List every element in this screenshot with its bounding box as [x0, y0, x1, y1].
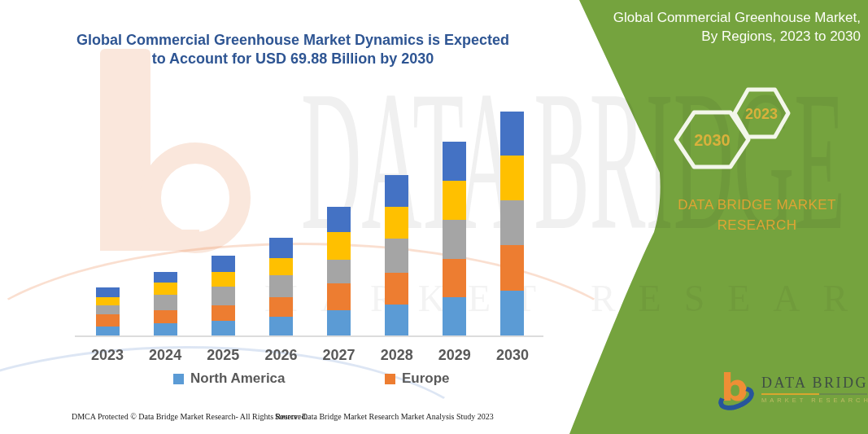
x-tick-2026: 2026	[252, 347, 309, 364]
bar-segment-2029-unlabeled-darkblue	[443, 142, 466, 181]
bar-segment-2027-unlabeled-darkblue	[327, 207, 351, 232]
hexagon-year-2023: 2023	[745, 106, 778, 122]
bar-segment-2026-unlabeled-darkblue	[269, 238, 293, 258]
bar-segment-2023-Europe	[96, 314, 120, 327]
bar-segment-2028-unlabeled-darkblue	[385, 175, 408, 207]
bar-segment-2030-unlabeled-yellow	[500, 156, 524, 200]
bar-segment-2024-Europe	[154, 310, 177, 323]
panel-heading-line1: Global Commercial Greenhouse Market,	[568, 8, 861, 27]
bar-segment-2025-unlabeled-yellow	[212, 272, 235, 287]
logo-underline	[761, 393, 867, 395]
bar-segment-2029-unlabeled-yellow	[443, 181, 466, 220]
bar-segment-2026-unlabeled-yellow	[269, 258, 293, 275]
bar-segment-2028-North America	[385, 305, 408, 336]
panel-brand-text: DATA BRIDGE MARKET RESEARCH	[665, 195, 848, 235]
bar-segment-2028-Europe	[385, 273, 408, 305]
data-bridge-logo: b DATA BRIDGE MARKET RESEARCH	[719, 368, 868, 415]
legend-item-north-america: North America	[173, 370, 286, 387]
bar-segment-2024-unlabeled-gray	[154, 295, 177, 310]
panel-brand-line2: RESEARCH	[665, 215, 848, 235]
bar-segment-2027-Europe	[327, 283, 351, 310]
hexagon-year-2030: 2030	[694, 131, 731, 149]
bar-segment-2025-North America	[212, 321, 235, 336]
bar-segment-2025-unlabeled-gray	[212, 287, 235, 305]
legend-label-north-america: North America	[190, 370, 286, 387]
logo-name: DATA BRIDGE	[761, 375, 868, 392]
x-axis-line	[75, 335, 543, 337]
bar-segment-2028-unlabeled-gray	[385, 239, 408, 273]
panel-heading-line2: By Regions, 2023 to 2030	[568, 27, 861, 46]
x-tick-2024: 2024	[137, 347, 194, 364]
bar-segment-2024-North America	[154, 323, 177, 336]
year-hexagons: 2030 2023	[659, 77, 813, 179]
legend-swatch-north-america	[173, 374, 184, 384]
x-tick-2025: 2025	[194, 347, 251, 364]
bar-segment-2029-Europe	[443, 259, 466, 297]
footer-source-text: Source: Data Bridge Market Research Mark…	[275, 412, 494, 421]
bar-segment-2028-unlabeled-yellow	[385, 207, 408, 239]
bar-segment-2030-unlabeled-darkblue	[500, 112, 524, 156]
x-tick-2028: 2028	[369, 347, 425, 364]
x-tick-2027: 2027	[311, 347, 368, 364]
chart-legend: North America Europe	[0, 370, 553, 388]
bar-segment-2026-North America	[269, 317, 293, 336]
bar-segment-2029-North America	[443, 297, 466, 336]
bar-segment-2027-North America	[327, 310, 351, 336]
bar-segment-2024-unlabeled-darkblue	[154, 272, 177, 283]
panel-brand-line1: DATA BRIDGE MARKET	[665, 195, 848, 215]
bar-segment-2030-Europe	[500, 245, 524, 291]
footer-dmca-text: DMCA Protected © Data Bridge Market Rese…	[72, 412, 308, 421]
bar-segment-2023-unlabeled-darkblue	[96, 287, 120, 297]
logo-subtext: MARKET RESEARCH	[761, 397, 868, 404]
bar-segment-2025-unlabeled-darkblue	[212, 256, 235, 272]
bar-segment-2024-unlabeled-yellow	[154, 283, 177, 295]
legend-label-europe: Europe	[402, 370, 450, 387]
legend-swatch-europe	[385, 374, 395, 384]
bar-segment-2029-unlabeled-gray	[443, 220, 466, 259]
infographic-canvas: DATA BRIDGE MARKET RESEARCH Global Comme…	[0, 0, 868, 434]
bar-segment-2026-Europe	[269, 297, 293, 317]
bar-segment-2027-unlabeled-gray	[327, 260, 351, 283]
panel-heading: Global Commercial Greenhouse Market, By …	[568, 8, 861, 46]
bar-segment-2026-unlabeled-gray	[269, 275, 293, 296]
bar-segment-2025-Europe	[212, 305, 235, 321]
bar-segment-2030-North America	[500, 291, 524, 336]
bar-segment-2023-unlabeled-yellow	[96, 297, 120, 305]
x-tick-2023: 2023	[79, 347, 136, 364]
bar-segment-2027-unlabeled-yellow	[327, 232, 351, 260]
x-tick-2029: 2029	[426, 347, 483, 364]
legend-item-europe: Europe	[385, 370, 450, 387]
data-bridge-b-icon: b	[719, 368, 755, 415]
bar-segment-2023-unlabeled-gray	[96, 305, 120, 314]
x-tick-2030: 2030	[484, 347, 541, 364]
bar-segment-2030-unlabeled-gray	[500, 200, 524, 245]
